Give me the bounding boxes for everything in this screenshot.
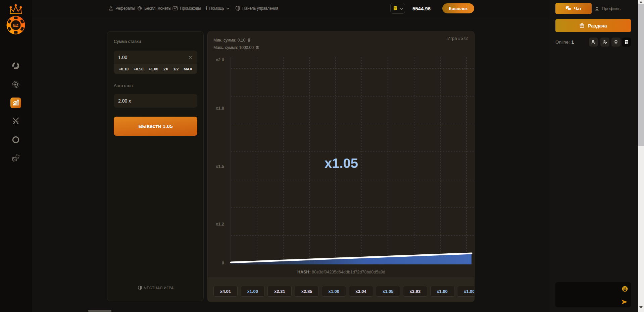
sidebar-item-roulette[interactable] bbox=[9, 78, 22, 91]
brand-logo[interactable]: EZ bbox=[4, 4, 27, 35]
profile-label: Профиль bbox=[602, 6, 621, 11]
chat-message-input[interactable] bbox=[555, 282, 631, 307]
hash-label: HASH: bbox=[297, 270, 311, 274]
ring-icon bbox=[11, 135, 20, 144]
gift-icon bbox=[579, 23, 585, 28]
y-tick-x2.0: x2.0 bbox=[211, 57, 224, 62]
scroll-up-button[interactable] bbox=[638, 0, 644, 4]
hash-line: HASH: 80e3df04235d64ddb1d72d78bd0d5a9d bbox=[208, 270, 475, 274]
quick-bet-+0.50[interactable]: +0.50 bbox=[134, 67, 143, 71]
sidebar-item-dice[interactable] bbox=[9, 151, 22, 165]
promo-codes-icon bbox=[172, 6, 178, 11]
top-bar: РефералыБеспл. монетыПромокодыiПомощьПан… bbox=[32, 0, 549, 17]
y-tick-x1.8: x1.8 bbox=[211, 106, 224, 111]
history-chip[interactable]: x3.93 bbox=[403, 286, 427, 297]
y-tick-0: 0 bbox=[211, 260, 224, 265]
coin-icon bbox=[255, 46, 259, 50]
hash-value: 80e3df04235d64ddb1d72d78bd0d5a9d bbox=[312, 270, 385, 274]
coin-icon bbox=[247, 38, 251, 42]
autostop-input[interactable]: 2.00 x bbox=[114, 94, 197, 108]
chevron-down-icon bbox=[400, 5, 403, 11]
nav-help[interactable]: iПомощь bbox=[206, 0, 230, 17]
quick-bet-row: +0.10+0.50+1.002X1/2MAX bbox=[114, 64, 197, 74]
min-amount-label: Мин. сумма: 0.10 bbox=[213, 38, 245, 43]
online-count: Online:1 bbox=[555, 38, 574, 47]
sidebar-item-statistics[interactable] bbox=[9, 59, 22, 72]
sidebar-item-crash[interactable] bbox=[10, 98, 21, 108]
sidebar-item-battles[interactable] bbox=[9, 114, 22, 127]
add-user-button[interactable] bbox=[589, 38, 598, 47]
history-strip: x4.01x1.00x2.31x2.85x1.00x3.04x1.05x3.93… bbox=[208, 277, 475, 302]
left-sidebar: EZ bbox=[0, 0, 32, 312]
shield-icon bbox=[138, 286, 142, 290]
nav-label: Беспл. монеты bbox=[144, 6, 171, 11]
autostop-label: Авто стоп bbox=[114, 83, 133, 88]
giveaway-label: Раздача bbox=[588, 23, 607, 28]
quick-bet-+0.10[interactable]: +0.10 bbox=[119, 67, 129, 71]
game-panel: Мин. сумма: 0.10 Макс. сумма: 1000.00 Иг… bbox=[207, 31, 475, 302]
balance-amount: 5544.96 bbox=[407, 0, 436, 17]
nav-referrals[interactable]: Рефералы bbox=[108, 0, 135, 17]
quick-bet-1/2[interactable]: 1/2 bbox=[173, 67, 179, 71]
cashout-button[interactable]: Вывести 1.05 bbox=[114, 117, 197, 136]
chat-icon bbox=[565, 6, 571, 11]
sidebar-item-wheel[interactable] bbox=[9, 133, 22, 146]
edit-user-button[interactable] bbox=[600, 38, 609, 47]
quick-bet-2x[interactable]: 2X bbox=[163, 67, 168, 71]
bet-amount-box: 1.00 ✕ +0.10+0.50+1.002X1/2MAX bbox=[114, 51, 197, 74]
chevron-down-icon bbox=[226, 7, 230, 10]
chat-button-label: Чат bbox=[574, 6, 582, 11]
crossed-swords-icon bbox=[11, 116, 20, 125]
nav-label: Промокоды bbox=[180, 6, 201, 11]
autostop-value: 2.00 x bbox=[118, 94, 131, 108]
quick-bet-+1.00[interactable]: +1.00 bbox=[149, 67, 158, 71]
profile-button[interactable]: Профиль bbox=[591, 3, 624, 14]
history-chip[interactable]: x1.00 bbox=[430, 286, 454, 297]
history-chip[interactable]: x1.00 bbox=[457, 286, 475, 297]
currency-selector[interactable] bbox=[390, 3, 405, 14]
admin-panel-icon bbox=[235, 6, 240, 11]
history-chip[interactable]: x2.31 bbox=[267, 286, 292, 297]
wallet-button[interactable]: Кошелек bbox=[442, 3, 474, 13]
help-icon: i bbox=[206, 6, 207, 11]
coins-icon bbox=[393, 5, 398, 11]
profile-icon bbox=[595, 6, 599, 11]
right-sidebar: Чат Профиль Раздача Online:1 bbox=[549, 0, 638, 312]
roulette-icon bbox=[11, 80, 20, 89]
nav-label: Рефералы bbox=[115, 6, 135, 11]
history-chip[interactable]: x1.00 bbox=[322, 286, 346, 297]
vertical-scrollbar[interactable] bbox=[638, 0, 644, 312]
emoji-icon[interactable] bbox=[622, 286, 628, 292]
dice-icon bbox=[11, 154, 20, 163]
quick-bet-max[interactable]: MAX bbox=[184, 67, 192, 71]
bet-amount-value: 1.00 bbox=[118, 51, 127, 64]
nav-label: Панель управления bbox=[242, 6, 278, 11]
scroll-thumb[interactable] bbox=[638, 4, 644, 146]
coins-button[interactable] bbox=[622, 38, 631, 47]
fair-play[interactable]: ЧЕСТНАЯ ИГРА bbox=[107, 285, 204, 291]
history-chip[interactable]: x4.01 bbox=[213, 286, 238, 297]
bet-amount-label: Сумма ставки bbox=[114, 39, 141, 44]
history-chip[interactable]: x3.04 bbox=[349, 286, 373, 297]
bet-limits: Мин. сумма: 0.10 Макс. сумма: 1000.00 bbox=[213, 37, 259, 51]
free-coins-icon bbox=[137, 6, 142, 11]
online-row: Online:1 bbox=[549, 38, 638, 47]
trash-button[interactable] bbox=[611, 38, 621, 47]
logo-initials: EZ bbox=[13, 23, 18, 28]
history-chip[interactable]: x1.05 bbox=[376, 286, 400, 297]
nav-free-coins[interactable]: Беспл. монеты bbox=[137, 0, 171, 17]
clear-amount-icon[interactable]: ✕ bbox=[187, 51, 194, 64]
horizontal-scroll-thumb[interactable] bbox=[88, 310, 111, 312]
history-chip[interactable]: x2.85 bbox=[295, 286, 319, 297]
current-multiplier: x1.05 bbox=[208, 156, 475, 171]
history-chip[interactable]: x1.00 bbox=[241, 286, 265, 297]
scroll-down-button[interactable] bbox=[638, 304, 644, 310]
bet-amount-input[interactable]: 1.00 ✕ bbox=[114, 51, 197, 64]
chat-button[interactable]: Чат bbox=[555, 3, 592, 14]
y-tick-x1.2: x1.2 bbox=[211, 222, 224, 227]
nav-promo-codes[interactable]: Промокоды bbox=[172, 0, 201, 17]
send-icon[interactable] bbox=[621, 299, 628, 305]
nav-admin-panel[interactable]: Панель управления bbox=[235, 0, 278, 17]
giveaway-button[interactable]: Раздача bbox=[555, 19, 631, 32]
donut-chart-icon bbox=[11, 61, 20, 70]
